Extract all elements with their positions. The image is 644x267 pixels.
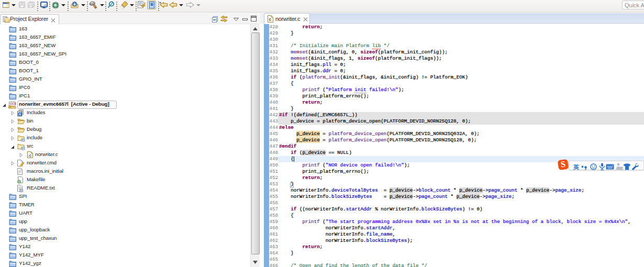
svg-text:c: c <box>269 17 271 22</box>
